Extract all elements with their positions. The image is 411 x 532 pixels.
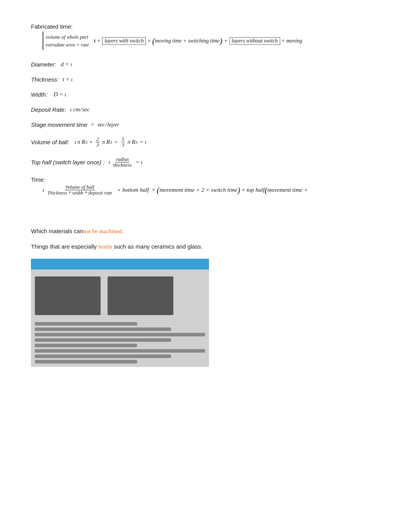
time-section: Time: ι Volume of ball Thickness * width…	[31, 176, 380, 196]
fabricated-time-section: Fabricated time: volume of whole part ex…	[31, 23, 380, 50]
image-line-2	[35, 327, 171, 331]
thickness-formula: t = ι	[63, 76, 73, 83]
brittle-section: Things that are especially brittle such …	[31, 243, 380, 250]
deposit-rate-label: Deposit Rate:	[31, 106, 66, 113]
diameter-section: Diameter: d = ι	[31, 61, 380, 68]
vol-pi1: π R	[77, 139, 85, 145]
vol-sup1: 3	[85, 140, 87, 145]
stage-movement-den: layer	[107, 121, 119, 128]
equals-sign: =	[91, 121, 94, 128]
fraction-2-3: 2 3	[96, 136, 100, 148]
radius-label: radius	[115, 157, 130, 162]
image-line-5	[35, 344, 137, 347]
paren-open3: (	[265, 186, 267, 194]
brittle-row: Things that are especially brittle such …	[31, 243, 380, 250]
volume-ball-row: Volume of ball: ι π R 3 + 2 3 π R 3 = 5 …	[31, 136, 380, 148]
times-time: ×	[152, 187, 156, 193]
paren-close1: )	[219, 37, 222, 45]
brittle-start: Things that are especially	[31, 243, 98, 250]
stage-movement-label: Stage movement time	[31, 121, 87, 128]
vol-sup3: 3	[135, 140, 138, 145]
volume-ball-label: Volume of ball:	[31, 139, 69, 145]
layers-with-switch: layers with switch	[102, 37, 146, 45]
thickness-label-frac: thickness	[113, 162, 133, 168]
frac-den-3: 3	[96, 142, 100, 148]
image-line-7	[35, 355, 171, 358]
slash-sep: /	[80, 106, 82, 113]
width-formula: D = ι	[53, 91, 66, 98]
volume-ball-section: Volume of ball: ι π R 3 + 2 3 π R 3 = 5 …	[31, 136, 380, 148]
time-movement: movement time + 2 × switch time	[159, 187, 237, 193]
times1: ×	[147, 38, 151, 44]
frac-den-3b: 3	[121, 142, 125, 148]
vol-ball-num: Volume of ball	[65, 184, 95, 190]
time-plus: + bottom half	[117, 187, 149, 193]
times2: ×	[281, 38, 285, 44]
materials-row: Which materials cannot be machined:	[31, 228, 380, 235]
thickness-row: Thickness: t = ι	[31, 76, 380, 83]
moving-text: moving	[286, 38, 302, 44]
materials-section: Which materials cannot be machined:	[31, 228, 380, 235]
top-half-label: Top half (switch layer once) :	[31, 159, 104, 165]
vol-sup2: 3	[110, 140, 112, 145]
diameter-row: Diameter: d = ι	[31, 61, 380, 68]
deposit-rate-section: Deposit Rate: ι cm / sec	[31, 106, 380, 113]
stage-movement-section: Stage movement time = sec / layer	[31, 121, 380, 128]
vol-eq2: = ι	[139, 139, 146, 145]
image-lines-container	[31, 319, 209, 367]
diameter-label: Diameter:	[31, 61, 56, 68]
image-thumb-left	[35, 276, 101, 315]
thickness-section: Thickness: t = ι	[31, 76, 380, 83]
top-half-eq: = ι	[135, 159, 142, 165]
image-line-4	[35, 338, 171, 342]
slash2: /	[105, 121, 107, 128]
paren-open2: (	[157, 186, 159, 194]
time-iota: ι	[43, 187, 44, 193]
width-row: Width: D = ι	[31, 91, 380, 98]
materials-label-text: Which materials can	[31, 228, 83, 234]
frac-num-2: 2	[96, 136, 100, 142]
stage-movement-num: sec	[98, 121, 105, 128]
time-formula-row: ι Volume of ball Thickness * width * dep…	[43, 184, 380, 196]
image-placeholder	[31, 259, 209, 367]
vol-deposit-fraction: Volume of ball Thickness * width * depos…	[46, 184, 113, 196]
image-top-bar	[31, 259, 209, 269]
vol-pi2: π R	[102, 139, 110, 145]
width-label: Width:	[31, 91, 47, 98]
formula-plus2: +	[224, 38, 228, 44]
time-label: Time:	[31, 176, 380, 183]
image-line-8	[35, 360, 137, 363]
spacer1	[31, 205, 380, 228]
time-top-half: + top half	[241, 187, 265, 193]
frac-num-5: 5	[121, 136, 125, 142]
fabricated-time-label: Fabricated time:	[31, 23, 380, 30]
layers-without-switch: layers without switch	[229, 37, 280, 45]
diameter-formula: d = ι	[61, 61, 72, 68]
fraction-5-3: 5 3	[121, 136, 125, 148]
width-section: Width: D = ι	[31, 91, 380, 98]
materials-colored-text: not be machined:	[83, 228, 123, 234]
time-movement2: movement time +	[267, 187, 308, 193]
stage-movement-row: Stage movement time = sec / layer	[31, 121, 380, 128]
top-half-row: Top half (switch layer once) : ι radius …	[31, 157, 380, 168]
vol-pi3: π R	[127, 139, 135, 145]
brittle-end: such as many ceramics and glass.	[112, 243, 202, 250]
paren-open1: (	[152, 37, 155, 45]
radius-thickness-fraction: radius thickness	[113, 157, 133, 168]
paren-close2: )	[237, 186, 240, 194]
vol-formula-line2: extrudate area × rate	[46, 42, 89, 48]
fabricated-time-formula: volume of whole part extrudate area × ra…	[43, 31, 380, 50]
vol-iota1: ι	[75, 139, 76, 145]
vol-formula-line1: volume of whole part	[46, 34, 88, 40]
top-half-iota: ι	[108, 159, 110, 165]
deposit-rate-row: Deposit Rate: ι cm / sec	[31, 106, 380, 113]
deposit-rate-unit: sec	[82, 106, 89, 113]
image-thumb-right	[108, 276, 173, 315]
image-body	[31, 269, 209, 319]
thickness-label: Thickness:	[31, 76, 59, 83]
thickness-width-deposit-den: Thickness * width * deposit rate	[46, 190, 113, 196]
top-half-section: Top half (switch layer once) : ι radius …	[31, 157, 380, 168]
deposit-rate-formula: ι cm	[70, 106, 80, 113]
formula-plus1: +	[97, 38, 101, 44]
vol-eq1: =	[114, 139, 118, 145]
